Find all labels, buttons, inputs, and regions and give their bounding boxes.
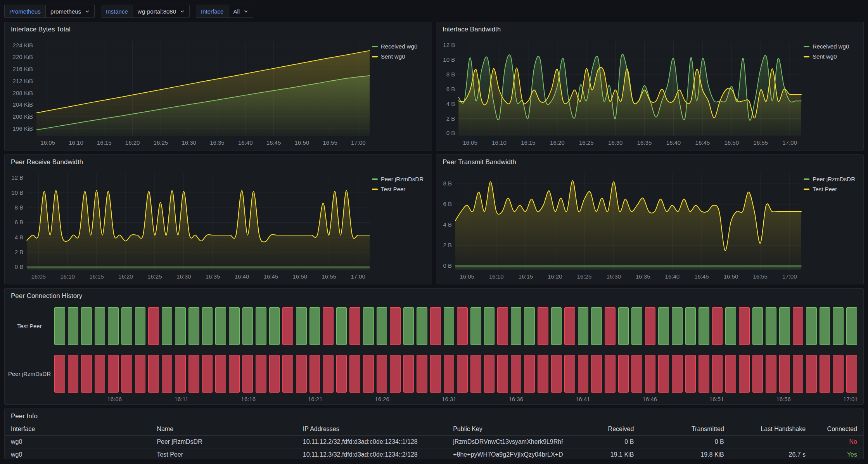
status-bar[interactable] bbox=[417, 307, 427, 345]
status-bar[interactable] bbox=[846, 355, 857, 393]
status-bar[interactable] bbox=[54, 307, 65, 345]
status-bar[interactable] bbox=[833, 307, 844, 345]
panel-header[interactable]: Peer Receive Bandwidth bbox=[5, 155, 432, 169]
column-header-interface[interactable]: Interface bbox=[5, 423, 150, 436]
status-bar[interactable] bbox=[820, 355, 830, 393]
status-bar[interactable] bbox=[323, 355, 334, 393]
status-bar[interactable] bbox=[484, 307, 495, 345]
column-header-received[interactable]: Received bbox=[563, 423, 640, 436]
status-bar[interactable] bbox=[175, 307, 186, 345]
status-bar[interactable] bbox=[148, 307, 159, 345]
status-bar[interactable] bbox=[202, 307, 213, 345]
status-bar[interactable] bbox=[162, 355, 173, 393]
status-bar[interactable] bbox=[457, 355, 468, 393]
status-bar[interactable] bbox=[349, 355, 360, 393]
status-bar[interactable] bbox=[121, 307, 132, 345]
status-bar[interactable] bbox=[242, 355, 253, 393]
column-header-ips[interactable]: IP Addresses bbox=[297, 423, 447, 436]
legend-item[interactable]: Peer jRzmDsDR bbox=[804, 176, 859, 182]
legend-item[interactable]: Sent wg0 bbox=[372, 53, 427, 60]
legend-item[interactable]: Test Peer bbox=[804, 186, 859, 192]
status-bar[interactable] bbox=[605, 307, 616, 345]
status-bar[interactable] bbox=[605, 355, 616, 393]
status-bar[interactable] bbox=[229, 355, 240, 393]
status-bar[interactable] bbox=[672, 307, 683, 345]
panel-header[interactable]: Peer Transmit Bandwidth bbox=[436, 155, 863, 169]
status-bar[interactable] bbox=[685, 307, 696, 345]
time-series-chart[interactable]: 0 B2 B4 B6 B8 B10 B12 B16:0516:1016:1516… bbox=[439, 37, 804, 148]
status-bar[interactable] bbox=[310, 307, 320, 345]
status-bar[interactable] bbox=[108, 307, 119, 345]
status-bar[interactable] bbox=[538, 307, 548, 345]
column-header-last_handshake[interactable]: Last Handshake bbox=[730, 423, 812, 436]
status-bar[interactable] bbox=[591, 307, 602, 345]
legend-item[interactable]: Received wg0 bbox=[372, 43, 427, 50]
chart-canvas[interactable]: 0 B2 B4 B6 B8 B16:0516:1016:1516:2016:25… bbox=[439, 170, 804, 282]
status-bar[interactable] bbox=[296, 355, 307, 393]
status-bar[interactable] bbox=[806, 355, 817, 393]
status-bar[interactable] bbox=[658, 355, 669, 393]
status-bar[interactable] bbox=[833, 355, 844, 393]
status-bar[interactable] bbox=[524, 307, 535, 345]
status-bar[interactable] bbox=[779, 355, 790, 393]
status-bar[interactable] bbox=[618, 355, 629, 393]
panel-header[interactable]: Interface Bandwidth bbox=[436, 22, 863, 36]
status-bar[interactable] bbox=[511, 307, 522, 345]
panel-header[interactable]: Peer Info bbox=[5, 409, 863, 423]
status-bar[interactable] bbox=[256, 355, 266, 393]
status-bar[interactable] bbox=[363, 355, 374, 393]
status-bar[interactable] bbox=[310, 355, 320, 393]
status-bar[interactable] bbox=[444, 355, 455, 393]
status-bar[interactable] bbox=[820, 307, 830, 345]
status-bar[interactable] bbox=[551, 355, 562, 393]
status-bar[interactable] bbox=[793, 355, 804, 393]
status-bar[interactable] bbox=[766, 307, 776, 345]
status-bar[interactable] bbox=[403, 355, 414, 393]
status-bar[interactable] bbox=[296, 307, 307, 345]
status-bar[interactable] bbox=[685, 355, 696, 393]
status-bar[interactable] bbox=[417, 355, 427, 393]
status-bar[interactable] bbox=[135, 307, 146, 345]
status-bar[interactable] bbox=[846, 307, 857, 345]
column-header-transmitted[interactable]: Transmitted bbox=[640, 423, 730, 436]
legend-item[interactable]: Test Peer bbox=[372, 186, 427, 192]
status-bar[interactable] bbox=[444, 307, 455, 345]
status-bar[interactable] bbox=[739, 307, 750, 345]
status-bar[interactable] bbox=[54, 355, 65, 393]
status-bar[interactable] bbox=[564, 307, 575, 345]
status-bar[interactable] bbox=[269, 307, 280, 345]
status-bar[interactable] bbox=[242, 307, 253, 345]
status-bar[interactable] bbox=[551, 307, 562, 345]
status-bar[interactable] bbox=[725, 307, 736, 345]
variable-instance-picker[interactable]: wg-portal:8080 bbox=[133, 5, 189, 17]
status-bar[interactable] bbox=[269, 355, 280, 393]
status-bar[interactable] bbox=[336, 307, 347, 345]
status-bar[interactable] bbox=[188, 355, 199, 393]
status-bar[interactable] bbox=[95, 355, 105, 393]
legend-item[interactable]: Received wg0 bbox=[804, 43, 859, 50]
status-bar[interactable] bbox=[188, 307, 199, 345]
status-bar[interactable] bbox=[282, 307, 293, 345]
status-bar[interactable] bbox=[658, 307, 669, 345]
panel-header[interactable]: Peer Connection History bbox=[5, 289, 863, 303]
status-bar[interactable] bbox=[68, 307, 79, 345]
status-bar[interactable] bbox=[95, 307, 105, 345]
status-bar[interactable] bbox=[229, 307, 240, 345]
chart-canvas[interactable]: 0 B2 B4 B6 B8 B10 B12 B16:0516:1016:1516… bbox=[439, 37, 804, 148]
status-bar[interactable] bbox=[618, 307, 629, 345]
status-bar[interactable] bbox=[215, 307, 226, 345]
status-bar[interactable] bbox=[282, 355, 293, 393]
variable-prometheus-picker[interactable]: prometheus bbox=[46, 5, 94, 17]
status-bar[interactable] bbox=[349, 307, 360, 345]
status-bar[interactable] bbox=[484, 355, 495, 393]
status-bar[interactable] bbox=[390, 307, 401, 345]
status-bar[interactable] bbox=[564, 355, 575, 393]
status-bar[interactable] bbox=[390, 355, 401, 393]
status-bar[interactable] bbox=[497, 307, 508, 345]
status-bar[interactable] bbox=[672, 355, 683, 393]
status-bar[interactable] bbox=[135, 355, 146, 393]
status-bar[interactable] bbox=[591, 355, 602, 393]
status-bar[interactable] bbox=[739, 355, 750, 393]
status-bar[interactable] bbox=[752, 307, 763, 345]
status-bar[interactable] bbox=[68, 355, 79, 393]
